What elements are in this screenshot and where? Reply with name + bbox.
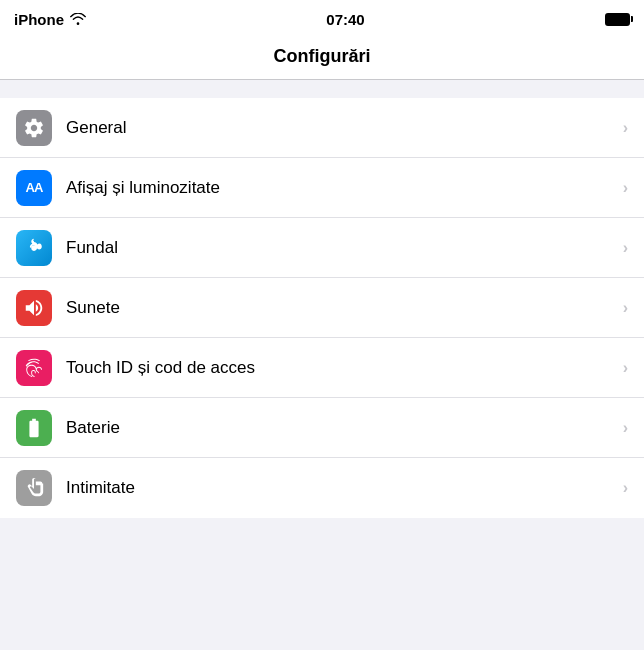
flower-icon: [23, 237, 45, 259]
wallpaper-icon: [16, 230, 52, 266]
gear-icon: [23, 117, 45, 139]
status-right: [605, 13, 630, 26]
list-item-battery[interactable]: Baterie ›: [0, 398, 644, 458]
sounds-label: Sunete: [66, 298, 623, 318]
list-item-display[interactable]: AA Afișaj și luminozitate ›: [0, 158, 644, 218]
page-title: Configurări: [274, 46, 371, 66]
carrier-label: iPhone: [14, 11, 64, 28]
section-gap: [0, 80, 644, 98]
hand-icon: [23, 477, 45, 499]
touchid-icon-bg: [16, 350, 52, 386]
battery-status-icon: [605, 13, 630, 26]
speaker-icon: [23, 297, 45, 319]
wifi-icon: [70, 13, 86, 25]
svg-point-0: [31, 245, 37, 251]
sounds-chevron: ›: [623, 299, 628, 317]
touchid-label: Touch ID și cod de acces: [66, 358, 623, 378]
privacy-chevron: ›: [623, 479, 628, 497]
display-chevron: ›: [623, 179, 628, 197]
status-time: 07:40: [326, 11, 364, 28]
battery-chevron: ›: [623, 419, 628, 437]
list-item-touchid[interactable]: Touch ID și cod de acces ›: [0, 338, 644, 398]
list-item-general[interactable]: General ›: [0, 98, 644, 158]
fingerprint-icon: [23, 357, 45, 379]
wallpaper-label: Fundal: [66, 238, 623, 258]
settings-list: General › AA Afișaj și luminozitate › Fu…: [0, 98, 644, 518]
touchid-chevron: ›: [623, 359, 628, 377]
privacy-label: Intimitate: [66, 478, 623, 498]
list-item-wallpaper[interactable]: Fundal ›: [0, 218, 644, 278]
general-chevron: ›: [623, 119, 628, 137]
display-label: Afișaj și luminozitate: [66, 178, 623, 198]
general-label: General: [66, 118, 623, 138]
general-icon: [16, 110, 52, 146]
display-icon: AA: [16, 170, 52, 206]
status-bar: iPhone 07:40: [0, 0, 644, 36]
battery-label: Baterie: [66, 418, 623, 438]
sounds-icon-bg: [16, 290, 52, 326]
list-item-privacy[interactable]: Intimitate ›: [0, 458, 644, 518]
battery-icon: [23, 417, 45, 439]
wallpaper-chevron: ›: [623, 239, 628, 257]
status-left: iPhone: [14, 11, 86, 28]
nav-bar: Configurări: [0, 36, 644, 80]
privacy-icon-bg: [16, 470, 52, 506]
list-item-sounds[interactable]: Sunete ›: [0, 278, 644, 338]
battery-icon-bg: [16, 410, 52, 446]
